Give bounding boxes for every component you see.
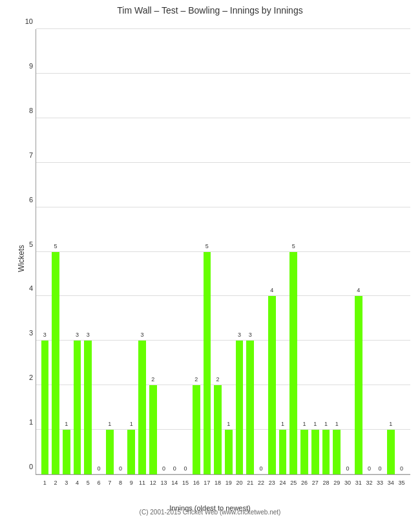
bar-group: 022 [256,29,267,474]
y-tick-label: 3 [29,329,36,337]
bar-group: 321 [245,29,256,474]
bar: 1 [300,430,308,474]
bar-group: 431 [353,29,364,474]
chart-area: 0123456789103152133435061708193112120130… [36,29,410,475]
x-tick-label: 8 [119,480,122,486]
x-tick-label: 9 [130,480,133,486]
bar: 3 [74,341,81,474]
y-axis-label: Wickets [17,245,26,272]
bar-group: 52 [50,29,61,474]
bar: 2 [193,385,200,474]
x-tick-label: 16 [193,480,200,486]
bar-group: 015 [180,29,191,474]
bar-value-label: 3 [238,332,241,338]
bar-group: 216 [191,29,202,474]
bar: 4 [268,296,276,474]
bar-group: 08 [115,29,126,474]
x-tick-label: 6 [98,480,101,486]
bar: 4 [355,296,362,474]
bar: 5 [289,252,297,475]
x-tick-label: 30 [344,480,351,486]
chart-container: Tim Wall – Test – Bowling – Innings by I… [0,0,420,517]
bar-group: 19 [126,29,137,474]
x-tick-label: 31 [355,480,362,486]
bar-value-label: 1 [324,421,328,427]
bar-group: 134 [386,29,397,474]
bar-value-label: 3 [43,332,47,338]
bar-value-label: 0 [260,465,263,472]
copyright: (C) 2001-2015 Cricket Web (www.cricketwe… [0,509,420,516]
x-tick-label: 33 [377,480,383,486]
x-tick-label: 2 [54,480,58,486]
bar-group: 035 [396,29,407,474]
y-tick-label: 9 [29,62,36,70]
bar-value-label: 2 [194,376,198,383]
x-tick-label: 4 [76,480,79,486]
x-tick-label: 22 [258,480,264,486]
bar-group: 320 [234,29,245,474]
bar-group: 014 [169,29,180,474]
bar-group: 525 [288,29,299,474]
x-tick-label: 21 [247,480,253,486]
bar: 2 [214,385,222,474]
bar-group: 030 [342,29,353,474]
bar-value-label: 0 [98,465,101,472]
bar-value-label: 4 [270,287,273,293]
bar-value-label: 0 [379,465,382,472]
bar: 2 [149,385,157,474]
y-tick-label: 1 [29,418,36,426]
y-tick-label: 10 [25,17,36,25]
bar-value-label: 4 [357,287,360,293]
bar-group: 033 [375,29,386,474]
x-tick-label: 14 [171,480,178,486]
y-tick-label: 2 [29,374,36,381]
bar-value-label: 1 [130,421,133,427]
x-tick-label: 32 [366,480,372,486]
bar: 3 [236,341,244,474]
bar-value-label: 1 [389,421,392,427]
bar-value-label: 3 [76,332,79,338]
bar: 1 [279,430,287,474]
x-tick-label: 26 [301,480,308,486]
x-tick-label: 27 [312,480,319,486]
bar-group: 119 [223,29,234,474]
bar: 3 [138,341,146,474]
bar: 1 [63,430,70,474]
bar: 1 [127,430,135,474]
bar-value-label: 1 [281,421,284,427]
y-tick-label: 7 [29,151,36,159]
bar-group: 06 [94,29,105,474]
chart-title: Tim Wall – Test – Bowling – Innings by I… [0,5,420,16]
bar-value-label: 3 [87,332,90,338]
bar-value-label: 1 [335,421,339,427]
x-tick-label: 29 [333,480,340,486]
x-tick-label: 11 [139,480,145,486]
bar-group: 126 [299,29,310,474]
bar-group: 35 [83,29,94,474]
bar-value-label: 1 [313,421,317,427]
y-tick-label: 4 [29,284,36,292]
x-tick-label: 13 [160,480,167,486]
x-tick-label: 18 [215,480,221,486]
x-tick-label: 7 [108,480,111,486]
x-tick-label: 34 [388,480,394,486]
bar: 5 [52,252,59,475]
bar: 3 [84,341,92,474]
bar-value-label: 3 [140,332,143,338]
bar-value-label: 0 [400,465,403,472]
x-tick-label: 15 [182,480,189,486]
bar-group: 17 [104,29,115,474]
bar-group: 128 [320,29,331,474]
y-tick-label: 5 [29,240,36,248]
bar-value-label: 1 [108,421,111,427]
bar-group: 31 [39,29,50,474]
bar: 3 [246,341,254,474]
bar-group: 34 [72,29,83,474]
bar-group: 212 [147,29,158,474]
bar-group: 124 [277,29,288,474]
bar-value-label: 1 [302,421,306,427]
bar-group: 218 [213,29,224,474]
bar-value-label: 0 [368,465,371,472]
bar: 1 [311,430,319,474]
x-tick-label: 25 [290,480,297,486]
